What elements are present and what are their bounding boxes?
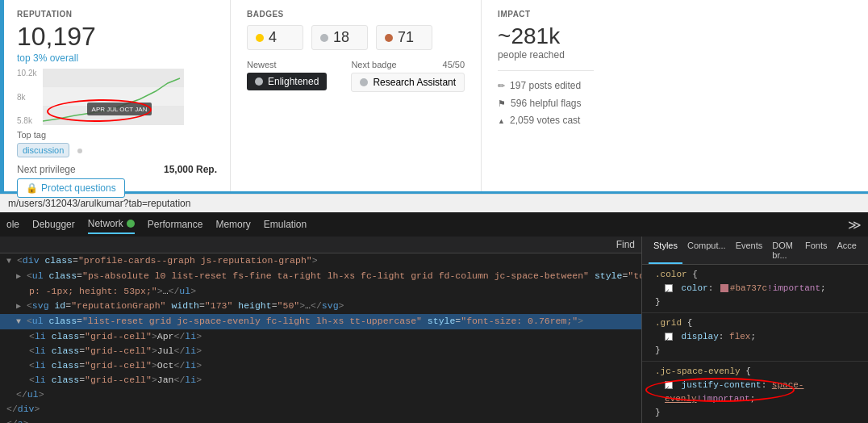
- tag-badge[interactable]: discussion: [17, 143, 69, 157]
- protect-button[interactable]: 🔒 Protect questions: [17, 178, 125, 198]
- devtools-tab-network[interactable]: Network: [88, 215, 135, 234]
- expand-devtools-icon[interactable]: ≫: [848, 217, 862, 232]
- reputation-graph: APR JUL OCT JAN: [43, 69, 184, 125]
- badges-bottom: Newest Enlightened Next badge 45/50 Rese…: [247, 60, 465, 92]
- next-badge-section: Next badge 45/50 Research Assistant: [351, 60, 465, 92]
- silver-badge-item: 18: [311, 25, 368, 50]
- svg-rect-1: [43, 69, 184, 87]
- html-line-11: </div>: [0, 402, 641, 417]
- flag-icon: [498, 95, 506, 113]
- impact-stat-votes: 2,059 votes cast: [498, 112, 594, 130]
- impact-stat-flags: 596 helpful flags: [498, 95, 594, 113]
- impact-value: ~281k: [498, 23, 594, 49]
- color-swatch: [720, 284, 728, 292]
- find-label[interactable]: Find: [616, 239, 635, 250]
- badges-label: BADGES: [247, 10, 465, 19]
- style-rule-grid: .grid { display: flex; }: [642, 313, 868, 362]
- color-checkbox[interactable]: [665, 284, 673, 292]
- html-line-9: <li class="grid--cell">Jan</li>: [0, 373, 641, 387]
- html-line-3: p: -1px; height: 53px;">…</ul>: [0, 284, 641, 299]
- devtools-tab-ole[interactable]: ole: [6, 216, 19, 233]
- reputation-section: REPUTATION 10,197 top 3% overall 10.2k 8…: [4, 0, 230, 191]
- reputation-label: REPUTATION: [17, 10, 217, 19]
- styles-tabs: Styles Comput... Events DOM br... Fonts …: [642, 237, 868, 265]
- top-panel: REPUTATION 10,197 top 3% overall 10.2k 8…: [0, 0, 868, 194]
- html-line-2: ▶ <ul class="ps-absolute l0 list-reset f…: [0, 269, 641, 284]
- tag-dot: [77, 149, 82, 153]
- devtools-tab-performance[interactable]: Performance: [148, 216, 203, 233]
- tab-dom[interactable]: DOM br...: [767, 237, 800, 264]
- network-record-icon: [127, 220, 135, 228]
- style-rule-jc-space-evenly: .jc-space-evenly { justify-content: spac…: [642, 362, 868, 423]
- html-line-6: <li class="grid--cell">Apr</li>: [0, 329, 641, 344]
- tab-acce[interactable]: Acce: [833, 237, 862, 264]
- enlightened-dot-icon: [255, 77, 263, 86]
- reputation-value: 10,197: [17, 23, 217, 49]
- tab-styles[interactable]: Styles: [649, 237, 682, 264]
- gold-dot-icon: [256, 34, 264, 42]
- lock-icon: 🔒: [26, 182, 38, 194]
- html-panel: Find ▼ <div class="profile-cards--graph …: [0, 237, 642, 423]
- code-panel: Find ▼ <div class="profile-cards--graph …: [0, 237, 868, 423]
- impact-section: IMPACT ~281k people reached 197 posts ed…: [481, 0, 610, 191]
- silver-badge-count: 18: [333, 29, 349, 46]
- html-line-4: ▶ <svg id="reputationGraph" width="173" …: [0, 299, 641, 314]
- impact-label: IMPACT: [498, 10, 594, 19]
- style-rule-color: .color { color: #ba737c!important; }: [642, 265, 868, 313]
- tab-events[interactable]: Events: [731, 237, 768, 264]
- badge-row: 4 18 71: [247, 25, 465, 50]
- triangle-icon: [498, 112, 505, 130]
- pencil-icon: [498, 77, 505, 95]
- graph-label-bot: 5.8k: [17, 116, 36, 125]
- graph-label-top: 10.2k: [17, 69, 36, 77]
- top-tag-label: Top tag: [17, 130, 217, 140]
- html-line-1: ▼ <div class="profile-cards--graph js-re…: [0, 253, 641, 269]
- next-privilege-value: 15,000 Rep.: [164, 164, 217, 175]
- bronze-badge-item: 71: [376, 25, 432, 50]
- styles-panel: Styles Comput... Events DOM br... Fonts …: [642, 237, 868, 423]
- devtools-tab-debugger[interactable]: Debugger: [32, 216, 75, 233]
- research-assistant-badge: Research Assistant: [351, 73, 465, 92]
- html-line-12: </a>: [0, 417, 641, 423]
- newest-section: Newest Enlightened: [247, 60, 327, 92]
- next-privilege-label: Next privilege: [17, 164, 76, 175]
- silver-dot-icon: [320, 34, 328, 42]
- reputation-sub: top 3% overall: [17, 52, 217, 64]
- jc-checkbox[interactable]: [665, 381, 673, 389]
- gold-badge-count: 4: [269, 29, 277, 46]
- tab-fonts[interactable]: Fonts: [800, 237, 833, 264]
- tab-computed[interactable]: Comput...: [682, 237, 731, 264]
- html-line-7: <li class="grid--cell">Jul</li>: [0, 344, 641, 358]
- svg-text:APR JUL OCT JAN: APR JUL OCT JAN: [92, 106, 148, 113]
- html-line-5: ▼ <ul class="list-reset grid jc-space-ev…: [0, 314, 641, 329]
- next-badge-progress: 45/50: [443, 60, 465, 69]
- graph-label-mid: 8k: [17, 93, 36, 102]
- next-badge-label: Next badge: [351, 60, 396, 69]
- enlightened-badge: Enlightened: [247, 73, 327, 90]
- grid-checkbox[interactable]: [665, 333, 673, 341]
- devtools-tab-emulation[interactable]: Emulation: [264, 216, 307, 233]
- impact-stat-posts: 197 posts edited: [498, 77, 594, 95]
- ra-dot-icon: [360, 78, 368, 86]
- devtools-tab-memory[interactable]: Memory: [215, 216, 250, 233]
- html-line-8: <li class="grid--cell">Oct</li>: [0, 358, 641, 373]
- bronze-badge-count: 71: [398, 29, 414, 46]
- impact-sub: people reached: [498, 49, 594, 61]
- badges-section: BADGES 4 18 71 Newest Enlightened: [230, 0, 481, 191]
- newest-label: Newest: [247, 60, 327, 69]
- devtools-bar: ole Debugger Network Performance Memory …: [0, 212, 868, 237]
- html-line-10: </ul>: [0, 387, 641, 402]
- url-text: m/users/312043/arulkumar?tab=reputation: [8, 198, 190, 209]
- gold-badge-item: 4: [247, 25, 303, 50]
- bronze-dot-icon: [385, 34, 393, 42]
